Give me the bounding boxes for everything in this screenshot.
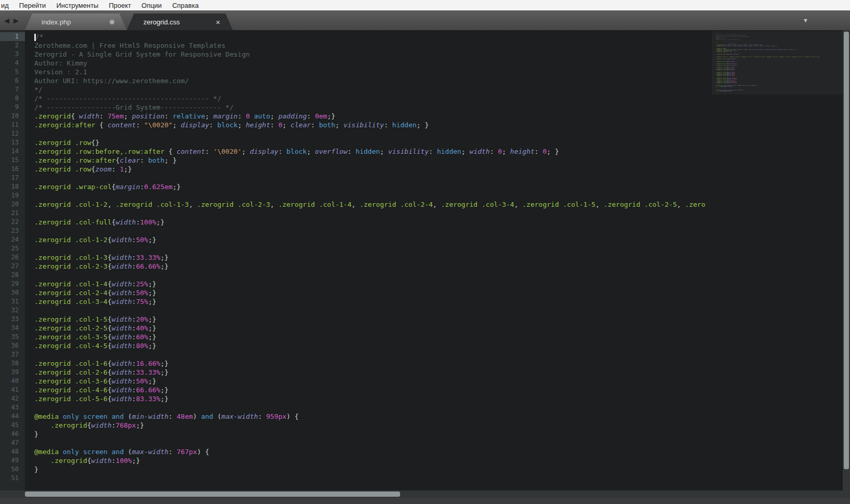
code-line[interactable]: .zerogrid .row{} (34, 138, 712, 147)
code-line[interactable] (34, 306, 712, 315)
code-line[interactable]: .zerogrid{width:768px;} (34, 421, 712, 430)
line-number[interactable]: 49 (0, 456, 25, 465)
line-number[interactable]: 37 (0, 350, 25, 359)
code-line[interactable]: .zerogrid .col-1-2, .zerogrid .col-1-3, … (34, 200, 712, 209)
code-line[interactable] (34, 129, 712, 138)
line-number[interactable]: 5 (0, 68, 25, 76)
code-line[interactable]: .zerogrid .row:before,.row:after { conte… (34, 147, 712, 156)
code-line[interactable]: Author URI: https://www.zerotheme.com/ (34, 76, 712, 85)
line-number[interactable]: 15 (0, 156, 25, 165)
line-number[interactable]: 16 (0, 165, 25, 174)
code-line[interactable]: .zerogrid .col-4-6{width:66.66%;} (34, 386, 712, 394)
vertical-scrollbar-thumb[interactable] (844, 32, 849, 469)
menu-item[interactable]: Инструменты (51, 2, 103, 9)
line-number[interactable]: 41 (0, 386, 25, 394)
code-area[interactable]: /*Zerotheme.com | Free Html5 Responsive … (25, 30, 712, 490)
line-number[interactable]: 3 (0, 50, 25, 59)
line-number[interactable]: 30 (0, 288, 25, 297)
line-number[interactable]: 44 (0, 412, 25, 421)
line-number[interactable]: 27 (0, 262, 25, 271)
line-number[interactable]: 2 (0, 41, 25, 50)
menu-item[interactable]: Перейти (14, 2, 51, 9)
code-line[interactable] (34, 191, 712, 200)
code-line[interactable]: .zerogrid .col-2-5{width:40%;} (34, 324, 712, 333)
line-number[interactable]: 4 (0, 59, 25, 68)
line-number[interactable]: 10 (0, 112, 25, 121)
horizontal-scrollbar-thumb[interactable] (25, 492, 400, 497)
line-number[interactable]: 26 (0, 253, 25, 262)
line-number[interactable]: 38 (0, 359, 25, 368)
line-number[interactable]: 23 (0, 227, 25, 235)
code-line[interactable] (34, 209, 712, 218)
code-line[interactable] (34, 271, 712, 280)
code-line[interactable] (34, 227, 712, 235)
line-number[interactable]: 46 (0, 430, 25, 439)
line-number[interactable]: 50 (0, 465, 25, 474)
line-number[interactable]: 21 (0, 209, 25, 218)
code-line[interactable]: Zerogrid - A Single Grid System for Resp… (34, 50, 712, 59)
code-line[interactable]: .zerogrid .col-2-4{width:50%;} (34, 288, 712, 297)
line-number[interactable]: 36 (0, 341, 25, 350)
line-number[interactable]: 6 (0, 76, 25, 85)
code-line[interactable]: .zerogrid:after { content: "\0020"; disp… (34, 121, 712, 129)
code-line[interactable] (34, 174, 712, 182)
code-line[interactable]: .zerogrid .col-1-3{width:33.33%;} (34, 253, 712, 262)
code-line[interactable] (34, 474, 712, 483)
line-number[interactable]: 1 (0, 32, 25, 41)
code-line[interactable]: .zerogrid .col-3-6{width:50%;} (34, 377, 712, 386)
minimap[interactable]: /*Zerotheme.com | Free Html5 Responsive … (712, 30, 843, 490)
line-number[interactable]: 11 (0, 121, 25, 129)
close-tab-icon[interactable]: × (216, 18, 220, 26)
vertical-scrollbar[interactable] (843, 30, 850, 490)
line-number[interactable]: 48 (0, 447, 25, 456)
code-line[interactable] (34, 403, 712, 412)
code-line[interactable]: Author: Kimmy (34, 59, 712, 68)
code-line[interactable]: .zerogrid .row:after{clear: both; } (34, 156, 712, 165)
line-number[interactable]: 9 (0, 103, 25, 112)
code-line[interactable] (34, 244, 712, 253)
code-line[interactable]: @media only screen and (max-width: 767px… (34, 447, 712, 456)
code-line[interactable]: @media only screen and (min-width: 48em)… (34, 412, 712, 421)
tab-index-php[interactable]: index.php (25, 14, 127, 30)
line-number[interactable]: 14 (0, 147, 25, 156)
line-number[interactable]: 39 (0, 368, 25, 377)
code-line[interactable]: */ (34, 85, 712, 94)
line-number[interactable]: 8 (0, 94, 25, 103)
line-number[interactable]: 42 (0, 394, 25, 403)
code-line[interactable]: /* -----------------Grid System---------… (34, 103, 712, 112)
line-number[interactable]: 33 (0, 315, 25, 324)
horizontal-scrollbar[interactable] (0, 490, 843, 498)
code-line[interactable]: .zerogrid .row{zoom: 1;} (34, 165, 712, 174)
code-line[interactable]: .zerogrid .col-full{width:100%;} (34, 218, 712, 227)
line-number[interactable]: 28 (0, 271, 25, 280)
menu-item[interactable]: Справка (167, 2, 204, 9)
code-line[interactable]: /* (34, 32, 712, 41)
code-line[interactable]: Version : 2.1 (34, 68, 712, 76)
code-line[interactable]: .zerogrid .wrap-col{margin:0.625em;} (34, 182, 712, 191)
line-number[interactable]: 32 (0, 306, 25, 315)
code-line[interactable]: .zerogrid .col-3-5{width:60%;} (34, 333, 712, 341)
line-number[interactable]: 7 (0, 85, 25, 94)
line-number[interactable]: 22 (0, 218, 25, 227)
code-line[interactable] (34, 439, 712, 447)
line-number[interactable]: 24 (0, 235, 25, 244)
code-line[interactable]: /* -------------------------------------… (34, 94, 712, 103)
code-line[interactable]: Zerotheme.com | Free Html5 Responsive Te… (34, 41, 712, 50)
line-number[interactable]: 29 (0, 280, 25, 288)
line-number[interactable]: 12 (0, 129, 25, 138)
line-number[interactable]: 31 (0, 297, 25, 306)
line-number[interactable]: 17 (0, 174, 25, 182)
back-button[interactable]: ◀ (4, 17, 9, 24)
line-number[interactable]: 35 (0, 333, 25, 341)
line-number[interactable]: 34 (0, 324, 25, 333)
line-number[interactable]: 18 (0, 182, 25, 191)
menu-item[interactable]: Опции (136, 2, 167, 9)
code-line[interactable]: } (34, 430, 712, 439)
menu-item[interactable]: ид (0, 2, 14, 9)
code-line[interactable]: .zerogrid .col-4-5{width:80%;} (34, 341, 712, 350)
line-number[interactable]: 25 (0, 244, 25, 253)
code-line[interactable]: .zerogrid .col-1-2{width:50%;} (34, 235, 712, 244)
menu-item[interactable]: Проект (103, 2, 136, 9)
code-line[interactable]: .zerogrid .col-5-6{width:83.33%;} (34, 394, 712, 403)
code-line[interactable]: .zerogrid{width:100%;} (34, 456, 712, 465)
